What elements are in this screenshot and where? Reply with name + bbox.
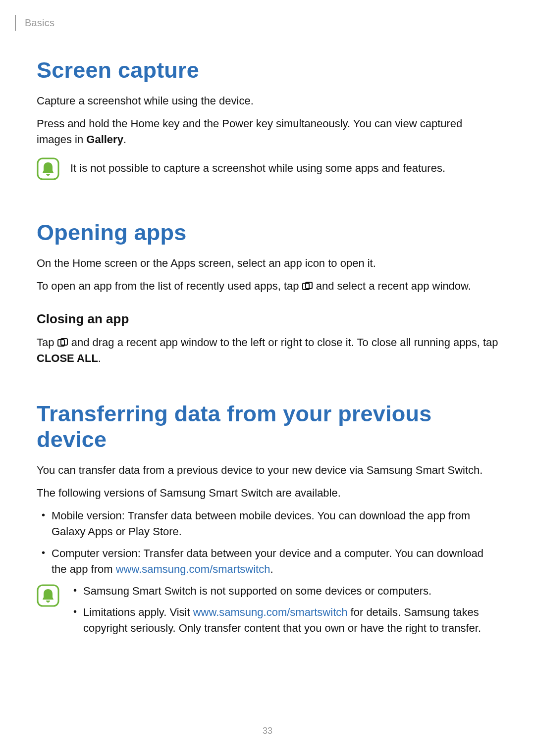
recent-apps-icon xyxy=(302,279,313,288)
bullet-list: Mobile version: Transfer data between mo… xyxy=(37,508,498,577)
subheading-closing-an-app: Closing an app xyxy=(37,311,498,327)
smartswitch-link[interactable]: www.samsung.com/smartswitch xyxy=(116,563,270,575)
text-fragment: To open an app from the list of recently… xyxy=(37,280,302,292)
text-bold: Galaxy Apps xyxy=(52,525,113,538)
text-bold: Play Store xyxy=(128,525,179,538)
note-bell-icon xyxy=(37,584,59,607)
body-text: The following versions of Samsung Smart … xyxy=(37,485,498,501)
text-fragment: Tap xyxy=(37,336,57,349)
note-bullet-list: Samsung Smart Switch is not supported on… xyxy=(70,583,498,643)
text-fragment: Limitations apply. Visit xyxy=(83,606,193,618)
body-text: To open an app from the list of recently… xyxy=(37,278,498,294)
text-bold: Gallery xyxy=(86,133,123,146)
text-fragment: . xyxy=(270,563,273,575)
text-bold: CLOSE ALL xyxy=(37,352,98,364)
body-text: Tap and drag a recent app window to the … xyxy=(37,335,498,366)
note-callout: Samsung Smart Switch is not supported on… xyxy=(37,583,498,643)
note-callout: It is not possible to capture a screensh… xyxy=(37,156,498,180)
heading-opening-apps: Opening apps xyxy=(37,220,498,246)
heading-transferring-data: Transferring data from your previous dev… xyxy=(37,401,498,453)
heading-screen-capture: Screen capture xyxy=(37,57,498,83)
recent-apps-icon xyxy=(57,336,68,345)
body-text: Press and hold the Home key and the Powe… xyxy=(37,116,498,148)
text-fragment: or xyxy=(113,525,129,538)
smartswitch-link[interactable]: www.samsung.com/smartswitch xyxy=(193,606,348,618)
breadcrumb-text: Basics xyxy=(25,17,54,29)
list-item: Samsung Smart Switch is not supported on… xyxy=(83,583,498,599)
text-fragment: . xyxy=(98,352,101,364)
text-fragment: and drag a recent app window to the left… xyxy=(68,336,498,349)
list-item: Mobile version: Transfer data between mo… xyxy=(52,508,498,540)
breadcrumb-divider xyxy=(15,15,16,31)
page-number: 33 xyxy=(0,726,535,736)
text-fragment: . xyxy=(123,133,126,146)
list-item: Computer version: Transfer data between … xyxy=(52,546,498,577)
note-bell-icon xyxy=(37,157,59,180)
note-text: It is not possible to capture a screensh… xyxy=(70,156,445,176)
breadcrumb: Basics xyxy=(15,15,498,31)
body-text: Capture a screenshot while using the dev… xyxy=(37,93,498,109)
text-fragment: . xyxy=(179,525,182,538)
text-fragment: Mobile version: Transfer data between mo… xyxy=(52,509,470,522)
body-text: On the Home screen or the Apps screen, s… xyxy=(37,255,498,271)
body-text: You can transfer data from a previous de… xyxy=(37,462,498,478)
text-fragment: and select a recent app window. xyxy=(313,280,471,292)
list-item: Limitations apply. Visit www.samsung.com… xyxy=(83,605,498,636)
